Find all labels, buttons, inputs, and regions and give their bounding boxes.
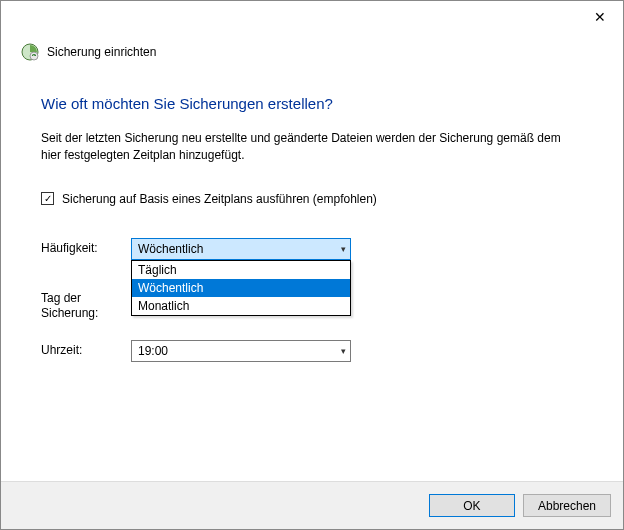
schedule-checkbox-row[interactable]: ✓ Sicherung auf Basis eines Zeitplans au… [41,192,583,206]
cancel-button[interactable]: Abbrechen [523,494,611,517]
chevron-down-icon: ▾ [341,244,346,254]
frequency-row: Häufigkeit: Wöchentlich ▾ Täglich Wöchen… [41,238,583,260]
time-combo[interactable]: 19:00 ▾ [131,340,351,362]
frequency-option-daily[interactable]: Täglich [132,261,350,279]
time-label: Uhrzeit: [41,340,131,359]
check-icon: ✓ [44,194,52,204]
frequency-option-weekly[interactable]: Wöchentlich [132,279,350,297]
ok-button[interactable]: OK [429,494,515,517]
schedule-checkbox-label: Sicherung auf Basis eines Zeitplans ausf… [62,192,377,206]
svg-point-1 [30,52,38,60]
button-bar: OK Abbrechen [1,481,623,529]
time-value: 19:00 [138,344,168,358]
page-description: Seit der letzten Sicherung neu erstellte… [41,130,583,164]
cancel-button-label: Abbrechen [538,499,596,513]
close-icon: ✕ [594,9,606,25]
frequency-combo[interactable]: Wöchentlich ▾ [131,238,351,260]
schedule-checkbox[interactable]: ✓ [41,192,54,205]
frequency-label: Häufigkeit: [41,238,131,257]
ok-button-label: OK [463,499,480,513]
wizard-header: Sicherung einrichten [1,33,623,65]
day-label: Tag der Sicherung: [41,288,131,322]
close-button[interactable]: ✕ [577,1,623,33]
window-title: Sicherung einrichten [47,45,156,59]
page-heading: Wie oft möchten Sie Sicherungen erstelle… [41,95,583,112]
frequency-dropdown: Täglich Wöchentlich Monatlich [131,260,351,316]
frequency-value: Wöchentlich [138,242,203,256]
chevron-down-icon: ▾ [341,346,346,356]
time-row: Uhrzeit: 19:00 ▾ [41,340,583,362]
titlebar: ✕ [1,1,623,33]
frequency-option-monthly[interactable]: Monatlich [132,297,350,315]
wizard-content: Wie oft möchten Sie Sicherungen erstelle… [1,65,623,394]
backup-wizard-icon [21,43,39,61]
